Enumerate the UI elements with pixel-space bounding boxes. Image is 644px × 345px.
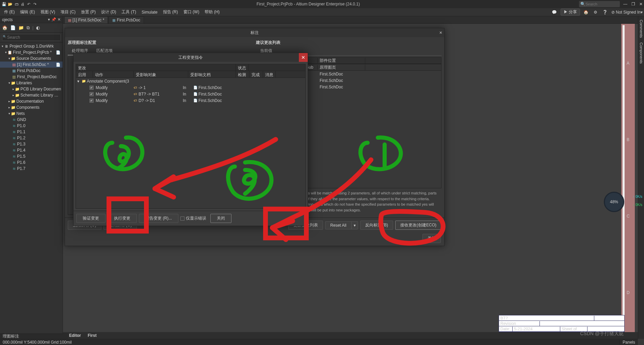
bt-label: BT? xyxy=(499,316,594,321)
panels-button[interactable]: Panels xyxy=(619,340,638,345)
eco-title: 工程变更指令 xyxy=(178,55,203,61)
menu-view[interactable]: 视图 (V) xyxy=(38,9,58,15)
print-icon[interactable]: 🖨 xyxy=(20,1,25,7)
redo-icon[interactable]: ↷ xyxy=(32,1,37,7)
reverse-annotate-button[interactable]: 反向标注 (B) xyxy=(360,221,393,230)
part-icon: 🏷 xyxy=(133,92,138,96)
eco-dialog: 工程变更指令 ✕ 更改 状态 启用 动作 受影响对象 受影响文档 检测 完成 消… xyxy=(73,53,308,226)
open-icon[interactable]: 📂 xyxy=(7,1,13,7)
dialog-close-icon[interactable]: × xyxy=(439,30,442,35)
menu-design[interactable]: 设计 (D) xyxy=(98,9,119,15)
components-folder[interactable]: Components xyxy=(16,105,61,110)
workspace-node[interactable]: Project Group 1.DsnWrk xyxy=(10,44,61,49)
menu-place[interactable]: 放置 (P) xyxy=(78,9,98,15)
pcbdoc-icon: ▦ xyxy=(112,18,115,22)
bomdoc-node[interactable]: First_Project.BomDoc xyxy=(17,74,61,79)
doc-icon: 📄 xyxy=(193,92,198,96)
zone-letter: B xyxy=(627,137,633,142)
signin-dropdown[interactable]: ⊘ Not Signed In▾ xyxy=(611,10,643,15)
vtab-components[interactable]: Components xyxy=(639,40,644,66)
net-node[interactable]: P1.2 xyxy=(17,136,61,140)
eco-row[interactable]: ✔Modify🏷D? -> D1In📄First.SchDoc xyxy=(76,97,305,104)
menu-tools[interactable]: 工具 (T) xyxy=(119,9,139,15)
home-small-icon[interactable]: 🏠 xyxy=(2,25,7,30)
reset-all-button[interactable]: Reset All xyxy=(325,221,351,229)
save-all-icon[interactable]: 🗃 xyxy=(14,1,19,7)
vtab-comments[interactable]: Comments xyxy=(639,18,644,40)
menu-simulate[interactable]: Simulate xyxy=(139,10,160,15)
comment-icon[interactable]: 💬 xyxy=(551,9,558,16)
net-node[interactable]: P1.0 xyxy=(17,123,61,128)
eco-close-icon[interactable]: ✕ xyxy=(299,53,308,62)
net-node[interactable]: P1.1 xyxy=(17,130,61,134)
undo-icon[interactable]: ↶ xyxy=(26,1,31,7)
dialog-title: 标注 xyxy=(251,30,259,36)
report-button[interactable]: 报告变更 (R)... xyxy=(139,214,178,223)
bottom-tab-editor[interactable]: Editor xyxy=(66,333,84,338)
documentation-folder[interactable]: Documentation xyxy=(16,99,61,104)
net-node[interactable]: P1.4 xyxy=(17,148,61,153)
source-docs-folder[interactable]: Source Documents xyxy=(16,56,61,61)
net-node[interactable]: P1.6 xyxy=(17,160,61,165)
tab-schdoc[interactable]: ▤[1] First.SchDoc * xyxy=(64,16,108,23)
menu-edit[interactable]: 编辑 (E) xyxy=(17,9,37,15)
menu-project[interactable]: 项目 (C) xyxy=(58,9,78,15)
accept-eco-button[interactable]: 接收更改(创建ECO) xyxy=(395,221,441,230)
libraries-folder[interactable]: Libraries xyxy=(16,81,61,85)
pcblib-folder[interactable]: PCB Library Documen xyxy=(20,87,61,91)
share-button[interactable]: ▶ 分享 xyxy=(561,8,580,16)
panel-menu-icon[interactable]: ▾ xyxy=(48,17,50,22)
maximize-button[interactable]: ❐ xyxy=(631,2,635,6)
projects-search-input[interactable] xyxy=(2,34,61,41)
tab-pcbdoc[interactable]: ▦First.PcbDoc xyxy=(109,16,144,23)
menu-window[interactable]: 窗口 (W) xyxy=(181,9,202,15)
right-panel-strip: Comments Components xyxy=(638,16,644,339)
annotate-close-button[interactable]: 关闭 xyxy=(422,234,441,243)
projects-tree[interactable]: ▾🗎Project Group 1.DsnWrk ▾📋First_Project… xyxy=(0,42,63,339)
menu-report[interactable]: 报告 (R) xyxy=(160,9,181,15)
bottom-tabs: Editor First xyxy=(63,332,644,339)
project-node[interactable]: First_Project.PrjPcb * xyxy=(13,50,56,55)
float-widget[interactable]: 48% ↑ 0K/s ↓ 0K/s xyxy=(604,192,624,212)
home-icon[interactable]: 🏠 xyxy=(583,9,590,16)
close-button[interactable]: ✕ xyxy=(639,2,643,6)
checkbox[interactable]: ✔ xyxy=(90,99,94,103)
part-icon: 🏷 xyxy=(133,99,138,102)
panel-close-icon[interactable]: ✕ xyxy=(58,17,61,22)
validate-button[interactable]: 验证变更 xyxy=(76,214,106,223)
refresh-icon[interactable]: 📄 xyxy=(10,25,16,30)
watermark: CSDN @手打猪大屁 xyxy=(580,331,624,337)
eco-close-button[interactable]: 关闭 xyxy=(210,214,231,223)
pcbdoc-node[interactable]: First.PcbDoc xyxy=(17,68,61,73)
menu-help[interactable]: 帮助 (H) xyxy=(202,9,222,15)
sheet-border: A B C D xyxy=(621,24,635,332)
execute-button[interactable]: 执行变更 xyxy=(108,214,137,223)
nets-folder[interactable]: Nets xyxy=(16,111,61,116)
task-status: 理图标注 xyxy=(0,333,68,339)
menu-file[interactable]: 件 (E) xyxy=(1,9,17,15)
global-search-input[interactable] xyxy=(585,2,616,6)
net-node[interactable]: P1.7 xyxy=(17,166,61,171)
eco-row[interactable]: ✔Modify🏷-> 1In📄First.SchDoc xyxy=(76,84,305,91)
bottom-tab-first[interactable]: First xyxy=(84,333,100,338)
sync-icon[interactable]: ◐ xyxy=(36,25,40,30)
eco-group-row[interactable]: ▾📁Annotate Component(3 xyxy=(76,78,305,84)
save-icon[interactable]: 💾 xyxy=(1,1,7,7)
add-folder-icon[interactable]: 📁 xyxy=(18,25,24,30)
net-node[interactable]: GND xyxy=(17,117,61,122)
net-node[interactable]: P1.3 xyxy=(17,142,61,146)
gear-icon[interactable]: ⚙ xyxy=(592,9,599,16)
eco-row[interactable]: ✔Modify🏷BT? -> BT1In📄First.SchDoc xyxy=(76,91,305,97)
compile-icon[interactable]: ⧉ xyxy=(27,25,30,31)
only-errors-checkbox[interactable] xyxy=(180,217,184,221)
minimize-button[interactable]: — xyxy=(623,2,627,6)
schlib-folder[interactable]: Schematic Library Doc xyxy=(20,93,61,98)
help-icon[interactable]: ❔ xyxy=(602,9,609,16)
pin-icon[interactable]: 📌 xyxy=(51,17,56,22)
net-node[interactable]: P1.5 xyxy=(17,154,61,159)
checkbox[interactable]: ✔ xyxy=(90,86,94,90)
reset-dropdown[interactable]: ▾ xyxy=(352,221,358,229)
schdoc-node[interactable]: [1] First.SchDoc * xyxy=(17,62,56,67)
global-search[interactable]: 🔍 xyxy=(579,1,620,7)
checkbox[interactable]: ✔ xyxy=(90,92,94,96)
